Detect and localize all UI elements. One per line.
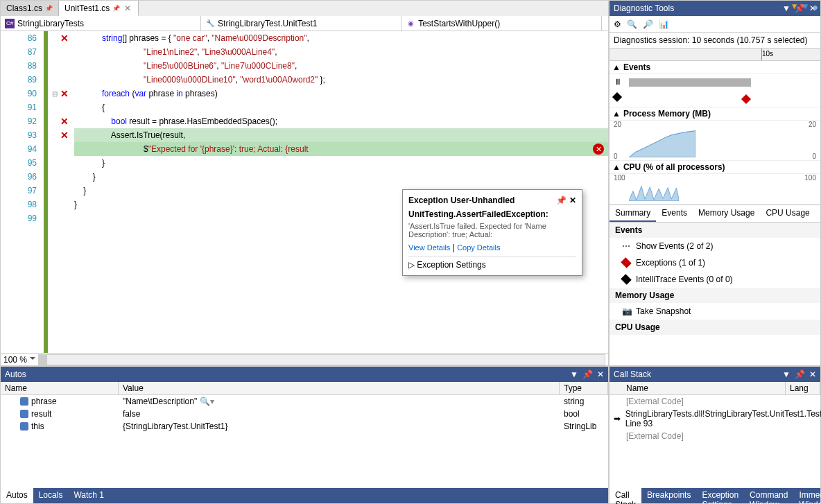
- view-details-link[interactable]: View Details: [408, 243, 450, 252]
- table-row[interactable]: resultfalsebool: [1, 408, 608, 420]
- autos-rows: phrase"Name\tDescription" 🔍▾stringresult…: [1, 395, 608, 488]
- class-dropdown[interactable]: 🔧StringLibraryTest.UnitTest1: [201, 16, 401, 31]
- table-row[interactable]: [External Code]: [610, 395, 820, 408]
- col-lang[interactable]: Lang: [786, 382, 820, 394]
- tab-summary[interactable]: Summary: [610, 205, 656, 222]
- namespace-dropdown[interactable]: C#StringLibraryTests: [1, 16, 201, 31]
- tab-autos[interactable]: Autos: [1, 488, 33, 503]
- pin-icon: 📌: [45, 5, 53, 12]
- camera-icon: 📷: [622, 306, 630, 316]
- callstack-bottom-tabs: Call Stack Breakpoints Exception Setting…: [610, 488, 820, 503]
- tab-class1[interactable]: Class1.cs📌: [1, 1, 59, 16]
- col-name[interactable]: Name: [610, 382, 786, 394]
- session-label: Diagnostics session: 10 seconds (10.757 …: [610, 33, 820, 49]
- tab-memory-usage[interactable]: Memory Usage: [693, 205, 760, 222]
- tab-immediate-window[interactable]: Immediate Window: [793, 488, 821, 503]
- code-nav-bar: C#StringLibraryTests 🔧StringLibraryTest.…: [1, 16, 608, 31]
- field-icon: [20, 397, 28, 406]
- tab-watch1[interactable]: Watch 1: [68, 488, 110, 503]
- callstack-rows: [External Code]➡StringLibraryTests.dll!S…: [610, 395, 820, 488]
- autos-bottom-tabs: Autos Locals Watch 1: [1, 488, 608, 503]
- zoom-in-icon[interactable]: 🔍: [627, 19, 637, 29]
- exception-message: 'Assert.IsTrue failed. Expected for 'Nam…: [408, 222, 576, 238]
- copy-details-link[interactable]: Copy Details: [457, 243, 500, 252]
- window-dropdown-icon[interactable]: ▼: [570, 370, 578, 379]
- callstack-columns: Name Lang: [610, 382, 820, 395]
- zoom-out-icon[interactable]: 🔎: [643, 19, 653, 29]
- close-icon[interactable]: ✕: [123, 3, 132, 13]
- col-value[interactable]: Value: [119, 382, 560, 394]
- field-icon: [20, 422, 28, 431]
- tab-callstack[interactable]: Call Stack: [610, 488, 641, 503]
- pin-icon[interactable]: 📌: [556, 195, 567, 205]
- tab-breakpoints[interactable]: Breakpoints: [641, 488, 696, 503]
- svg-marker-1: [629, 186, 679, 201]
- close-icon[interactable]: ✕: [569, 195, 576, 205]
- window-dropdown-icon[interactable]: ▼: [782, 3, 790, 13]
- time-ruler[interactable]: 10s: [610, 49, 820, 61]
- method-icon: ◉: [406, 19, 415, 28]
- tab-locals[interactable]: Locals: [33, 488, 69, 503]
- pin-icon: 📌: [112, 5, 120, 12]
- pin-icon[interactable]: 📌: [795, 370, 805, 379]
- tab-cpu-usage[interactable]: CPU Usage: [760, 205, 815, 222]
- take-snapshot-item[interactable]: 📷Take Snapshot: [610, 303, 820, 320]
- close-icon[interactable]: ✕: [597, 370, 604, 379]
- diamond-icon: [621, 257, 632, 268]
- code-editor-panel: Class1.cs📌 UnitTest1.cs📌✕ C#StringLibrar…: [0, 0, 609, 366]
- gear-icon[interactable]: ⚙: [614, 19, 621, 29]
- cpu-group-header: CPU Usage: [610, 320, 820, 335]
- csharp-icon: C#: [5, 19, 15, 28]
- field-icon: [20, 410, 28, 418]
- zoom-dropdown-icon[interactable]: [30, 357, 35, 363]
- exceptions-item[interactable]: Exceptions (1 of 1): [610, 254, 820, 271]
- exception-header: Exception User-Unhandled: [408, 195, 515, 205]
- cpu-chart[interactable]: 100 100: [610, 174, 820, 205]
- exception-popup: Exception User-Unhandled 📌✕ UnitTesting.…: [402, 189, 582, 276]
- diagnostic-toolbar: ⚙ 🔍 🔎 📊: [610, 16, 820, 33]
- memory-chart[interactable]: 20 20 0 0: [610, 121, 820, 161]
- autos-header: Autos ▼📌✕: [1, 367, 608, 382]
- class-icon: 🔧: [205, 19, 215, 28]
- diagnostic-header: Diagnostic Tools ▼📌✕: [610, 1, 820, 16]
- tab-unittest1[interactable]: UnitTest1.cs📌✕: [59, 1, 139, 16]
- table-row[interactable]: this{StringLibraryTest.UnitTest1}StringL…: [1, 420, 608, 433]
- cpu-section-header[interactable]: ▲CPU (% of all processors): [610, 161, 820, 174]
- events-timeline[interactable]: ⏸: [610, 74, 820, 107]
- diamond-icon: [612, 92, 622, 102]
- col-type[interactable]: Type: [560, 382, 608, 394]
- zoom-bar: 100 %: [1, 353, 608, 365]
- summary-list: Events ⋯Show Events (2 of 2) Exceptions …: [610, 223, 820, 366]
- pin-icon[interactable]: 📌: [582, 370, 593, 379]
- events-group-header: Events: [610, 223, 820, 238]
- code-margin: ✕⊟✕✕✕: [48, 31, 74, 225]
- tab-events[interactable]: Events: [656, 205, 693, 222]
- zoom-level[interactable]: 100 %: [3, 355, 27, 365]
- events-icon: ⋯: [622, 241, 630, 251]
- callstack-header: Call Stack ▼📌✕: [610, 367, 820, 382]
- memory-section-header[interactable]: ▲Process Memory (MB) ▼▼●: [610, 107, 820, 121]
- memory-group-header: Memory Usage: [610, 288, 820, 303]
- exception-settings-expander[interactable]: ▷ Exception Settings: [408, 257, 576, 270]
- autos-columns: Name Value Type: [1, 382, 608, 395]
- code-area[interactable]: 8687888990919293949596979899 ✕⊟✕✕✕ strin…: [1, 31, 608, 353]
- table-row[interactable]: phrase"Name\tDescription" 🔍▾string: [1, 395, 608, 408]
- intellitrace-item[interactable]: IntelliTrace Events (0 of 0): [610, 271, 820, 288]
- diagnostic-tabs: Summary Events Memory Usage CPU Usage: [610, 205, 820, 223]
- error-badge-icon: ✕: [593, 144, 604, 155]
- method-dropdown[interactable]: ◉TestStartsWithUpper(): [401, 16, 602, 31]
- autos-panel: Autos ▼📌✕ Name Value Type phrase"Name\tD…: [0, 366, 609, 504]
- tab-command-window[interactable]: Command Window: [744, 488, 793, 503]
- show-events-item[interactable]: ⋯Show Events (2 of 2): [610, 238, 820, 254]
- callstack-panel: Call Stack ▼📌✕ Name Lang [External Code]…: [609, 366, 821, 504]
- window-dropdown-icon[interactable]: ▼: [782, 370, 790, 379]
- table-row[interactable]: ➡StringLibraryTests.dll!StringLibraryTes…: [610, 408, 820, 430]
- table-row[interactable]: [External Code]: [610, 430, 820, 442]
- col-name[interactable]: Name: [1, 382, 119, 394]
- close-icon[interactable]: ✕: [809, 370, 816, 379]
- chart-icon[interactable]: 📊: [659, 19, 669, 29]
- exception-title: UnitTesting.AssertFailedException:: [408, 209, 576, 219]
- tab-exception-settings[interactable]: Exception Settings: [696, 488, 744, 503]
- horizontal-scrollbar[interactable]: [38, 354, 605, 365]
- events-section-header[interactable]: ▲Events: [610, 61, 820, 74]
